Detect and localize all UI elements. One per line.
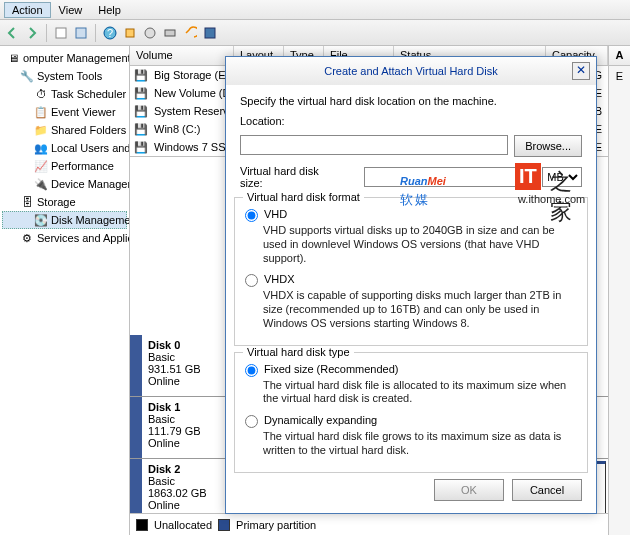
create-vhd-dialog: Create and Attach Virtual Hard Disk ✕ Sp… [225,56,597,514]
disk-label: Disk 1 Basic 111.79 GB Online [142,397,232,458]
svg-rect-0 [56,28,66,38]
legend-unallocated-swatch [136,519,148,531]
tools-icon: 🔧 [20,69,34,83]
legend-unallocated-label: Unallocated [154,519,212,531]
svg-rect-6 [165,30,175,36]
actions-header: A [609,46,630,66]
legend-primary-label: Primary partition [236,519,316,531]
menu-action[interactable]: Action [4,2,51,18]
save-icon[interactable] [202,25,218,41]
size-input[interactable] [364,167,533,187]
radio-fixed[interactable]: Fixed size (Recommended) [245,363,577,377]
format-fieldset: Virtual hard disk format VHD VHD support… [234,197,588,346]
location-label: Location: [240,115,582,127]
dialog-title: Create and Attach Virtual Hard Disk ✕ [226,57,596,85]
menu-help[interactable]: Help [90,2,129,18]
size-unit-select[interactable]: MB [542,167,582,187]
tree-root[interactable]: 🖥omputer Management (Local [2,49,127,67]
tree-event-viewer[interactable]: 📋Event Viewer [2,103,127,121]
folder-icon: 📁 [34,123,48,137]
device-icon: 🔌 [34,177,48,191]
undo-icon[interactable] [182,25,198,41]
toolbar: ? [0,20,630,46]
vhd-desc: VHD supports virtual disks up to 2040GB … [263,224,577,265]
drive-icon: 💾 [134,104,148,118]
disk-color-bar [130,335,142,396]
browse-button[interactable]: Browse... [514,135,582,157]
diskmgmt-icon: 💽 [34,213,48,227]
svg-text:?: ? [107,27,113,39]
radio-vhd[interactable]: VHD [245,208,577,222]
actions-collapsed[interactable]: E [609,66,630,86]
tool-icon[interactable] [122,25,138,41]
disk-color-bar [130,397,142,458]
legend: Unallocated Primary partition [130,513,608,535]
storage-icon: 🗄 [20,195,34,209]
type-fieldset: Virtual hard disk type Fixed size (Recom… [234,352,588,473]
tree-services[interactable]: ⚙Services and Applications [2,229,127,247]
disk-label: Disk 2 Basic 1863.02 GB Online [142,459,232,513]
tree-disk-management[interactable]: 💽Disk Management [2,211,127,229]
disk-icon[interactable] [162,25,178,41]
computer-icon: 🖥 [6,51,20,65]
nav-tree: 🖥omputer Management (Local 🔧System Tools… [0,46,130,535]
clock-icon: ⏱ [34,87,48,101]
col-volume[interactable]: Volume [130,46,234,65]
menubar: Action View Help [0,0,630,20]
drive-icon: 💾 [134,140,148,154]
type-legend: Virtual hard disk type [243,346,354,358]
event-icon: 📋 [34,105,48,119]
drive-icon: 💾 [134,122,148,136]
cancel-button[interactable]: Cancel [512,479,582,501]
settings-icon[interactable] [142,25,158,41]
users-icon: 👥 [34,141,48,155]
services-icon: ⚙ [20,231,34,245]
back-icon[interactable] [4,25,20,41]
tree-shared-folders[interactable]: 📁Shared Folders [2,121,127,139]
svg-rect-7 [205,28,215,38]
size-label: Virtual hard disk size: [240,165,344,189]
drive-icon: 💾 [134,86,148,100]
dialog-intro: Specify the virtual hard disk location o… [240,95,582,107]
format-legend: Virtual hard disk format [243,191,364,203]
legend-primary-swatch [218,519,230,531]
forward-icon[interactable] [24,25,40,41]
fixed-desc: The virtual hard disk file is allocated … [263,379,577,407]
dynamic-desc: The virtual hard disk file grows to its … [263,430,577,458]
tree-performance[interactable]: 📈Performance [2,157,127,175]
svg-point-5 [145,28,155,38]
vhdx-desc: VHDX is capable of supporting disks much… [263,289,577,330]
svg-rect-4 [126,29,134,37]
tree-task-scheduler[interactable]: ⏱Task Scheduler [2,85,127,103]
actions-pane: A E [608,46,630,535]
tree-local-users[interactable]: 👥Local Users and Groups [2,139,127,157]
ok-button[interactable]: OK [434,479,504,501]
location-input[interactable] [240,135,508,155]
properties-icon[interactable] [53,25,69,41]
help-icon[interactable]: ? [102,25,118,41]
tree-storage[interactable]: 🗄Storage [2,193,127,211]
radio-vhdx[interactable]: VHDX [245,273,577,287]
refresh-icon[interactable] [73,25,89,41]
drive-icon: 💾 [134,68,148,82]
tree-system-tools[interactable]: 🔧System Tools [2,67,127,85]
disk-color-bar [130,459,142,513]
svg-rect-1 [76,28,86,38]
disk-label: Disk 0 Basic 931.51 GB Online [142,335,232,396]
radio-dynamic[interactable]: Dynamically expanding [245,414,577,428]
perf-icon: 📈 [34,159,48,173]
menu-view[interactable]: View [51,2,91,18]
tree-device-manager[interactable]: 🔌Device Manager [2,175,127,193]
close-button[interactable]: ✕ [572,62,590,80]
